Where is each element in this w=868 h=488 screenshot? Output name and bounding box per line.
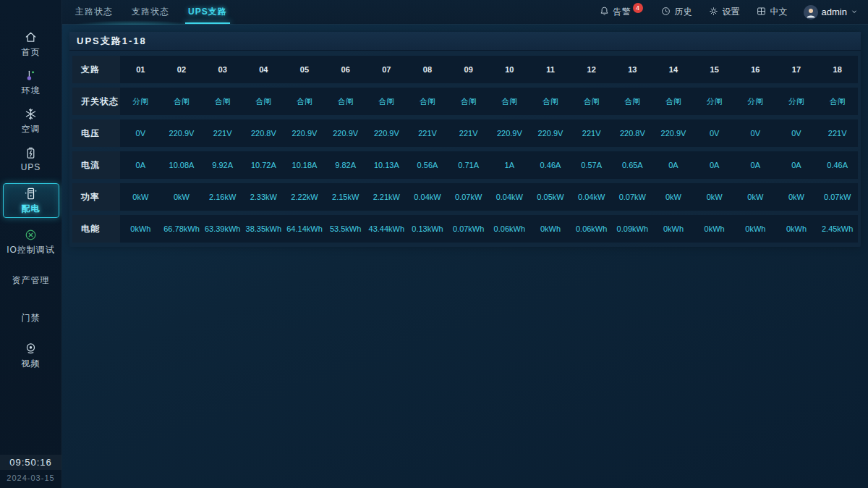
history-label: 历史	[675, 6, 692, 18]
column-header: 07	[366, 65, 407, 74]
table-cell: 220.9V	[489, 129, 530, 138]
table-cell: 合闸	[571, 96, 612, 107]
sidebar-item-environment[interactable]: 环境	[3, 69, 59, 97]
table-cell: 221V	[571, 129, 612, 138]
table-cell: 0kW	[735, 193, 776, 201]
table-cell: 2.15kW	[325, 193, 366, 201]
table-cell: 0kWh	[694, 224, 735, 233]
table-cell: 0.07kW	[612, 193, 653, 201]
table-cell: 0.07kW	[448, 193, 489, 201]
table-cell: 220.9V	[530, 129, 571, 138]
user-name: admin	[822, 7, 847, 17]
table-cell: 0.04kW	[489, 193, 530, 201]
table-cell: 220.9V	[284, 129, 326, 138]
alarm-count-badge: 4	[633, 3, 643, 13]
table-cell: 合闸	[817, 96, 858, 107]
table-cell: 221V	[202, 129, 243, 138]
table-row: 开关状态分闸合闸合闸合闸合闸合闸合闸合闸合闸合闸合闸合闸合闸合闸分闸分闸分闸合闸	[72, 88, 858, 115]
sidebar-item-power[interactable]: 配电	[3, 183, 59, 218]
table-row: 电流0A10.08A9.92A10.72A10.18A9.82A10.13A0.…	[72, 151, 858, 179]
row-label: 电流	[72, 151, 120, 179]
table-cell: 220.9V	[325, 129, 366, 138]
table-cell: 0kWh	[120, 224, 161, 233]
table-cell: 合闸	[612, 96, 653, 107]
alarm-label: 告警	[613, 6, 631, 18]
column-header: 15	[694, 65, 735, 74]
table-cell: 43.44kWh	[366, 224, 407, 233]
sidebar-item-assets[interactable]: 资产管理	[3, 266, 59, 294]
table-cell: 0.04kW	[407, 193, 448, 201]
sidebar-item-ups[interactable]: UPS	[3, 146, 59, 173]
table-cell: 10.08A	[161, 161, 203, 169]
sidebar-item-home[interactable]: 首页	[3, 30, 59, 59]
home-icon	[24, 30, 38, 44]
row-label: 开关状态	[72, 88, 120, 115]
table-cell: 0A	[694, 161, 735, 169]
table-cell: 0kW	[776, 193, 817, 201]
row-label: 电能	[72, 215, 120, 243]
table-cell: 分闸	[735, 96, 776, 107]
table-cell: 合闸	[325, 96, 366, 107]
table-cell: 220.9V	[366, 129, 407, 138]
nav-tab-0[interactable]: 主路状态	[72, 0, 116, 24]
table-cell: 220.8V	[612, 129, 653, 138]
sidebar-item-label: UPS	[21, 162, 41, 172]
thermometer-icon	[24, 69, 38, 83]
table-cell: 合闸	[448, 96, 489, 107]
table-cell: 9.82A	[325, 161, 366, 169]
language-button[interactable]: 中文	[756, 6, 788, 19]
column-header: 16	[735, 65, 776, 74]
table-row: 电能0kWh66.78kWh63.39kWh38.35kWh64.14kWh53…	[72, 215, 858, 243]
table-cell: 0.65A	[612, 161, 653, 169]
table-cell: 0A	[735, 161, 776, 169]
table-cell: 0kWh	[653, 224, 694, 233]
table-cell: 0.13kWh	[407, 224, 448, 233]
sidebar-item-io-debug[interactable]: IO控制调试	[3, 228, 59, 256]
column-header: 03	[202, 65, 243, 74]
table-cell: 0V	[735, 129, 776, 138]
table-cell: 0kW	[161, 193, 203, 201]
table-cell: 0kW	[120, 193, 161, 201]
panel-title: UPS支路1-18	[69, 32, 861, 51]
sidebar-item-hvac[interactable]: 空调	[3, 107, 59, 135]
table-cell: 2.45kWh	[817, 224, 858, 233]
table-cell: 0A	[653, 161, 694, 169]
table-cell: 合闸	[161, 96, 203, 107]
ups-branch-table: 支路010203040506070809101112131415161718开关…	[69, 51, 861, 247]
chevron-down-icon	[851, 7, 858, 17]
table-cell: 0.46A	[530, 161, 571, 169]
table-cell: 0V	[120, 129, 161, 138]
sidebar-item-door[interactable]: 门禁	[3, 304, 59, 332]
history-button[interactable]: 历史	[660, 6, 692, 19]
alarm-button[interactable]: 告警 4	[599, 6, 644, 19]
sidebar-item-video[interactable]: 视频	[3, 342, 59, 370]
table-cell: 1A	[489, 161, 530, 169]
table-cell: 分闸	[776, 96, 817, 107]
table-cell: 0.04kW	[571, 193, 612, 201]
sidebar: 首页环境空调UPS配电IO控制调试资产管理门禁视频 09:50:16 2024-…	[0, 0, 62, 488]
table-cell: 0.09kWh	[612, 224, 653, 233]
column-header: 11	[530, 65, 571, 74]
nav-tab-1[interactable]: 支路状态	[129, 0, 172, 24]
table-cell: 2.22kW	[284, 193, 326, 201]
table-cell: 221V	[817, 129, 858, 138]
circle-x-icon	[24, 228, 38, 242]
clock-time: 09:50:16	[0, 455, 61, 470]
table-cell: 合闸	[284, 96, 326, 107]
user-menu[interactable]: admin	[804, 5, 858, 20]
nav-tab-2[interactable]: UPS支路	[185, 0, 230, 24]
sidebar-item-label: 资产管理	[12, 274, 50, 287]
table-cell: 0.46A	[817, 161, 858, 169]
table-cell: 221V	[448, 129, 489, 138]
column-header: 09	[448, 65, 489, 74]
table-cell: 合闸	[530, 96, 571, 107]
sidebar-clock: 09:50:16 2024-03-15	[0, 455, 61, 482]
translate-icon	[756, 6, 767, 19]
table-cell: 64.14kWh	[284, 224, 326, 233]
table-cell: 合闸	[366, 96, 407, 107]
column-header: 02	[161, 65, 203, 74]
table-cell: 0V	[776, 129, 817, 138]
table-cell: 2.21kW	[366, 193, 407, 201]
table-cell: 10.13A	[366, 161, 407, 169]
settings-button[interactable]: 设置	[708, 6, 740, 19]
